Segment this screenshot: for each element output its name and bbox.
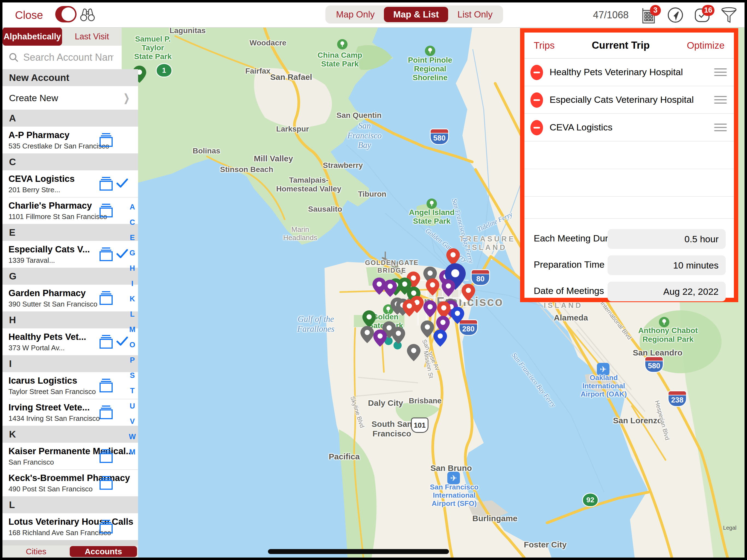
account-stack-icon[interactable] [99,378,113,392]
account-row[interactable]: A-P Pharmacy535 Crestlake Dr San Francis… [2,127,138,153]
remove-stop-icon[interactable] [531,93,543,108]
trip-stop-row[interactable]: Healthy Pets Veterinary Hospital [524,58,734,86]
alphabet-index[interactable]: ACEGHIKLMOPSTUVWM [127,199,138,460]
remove-stop-icon[interactable] [531,120,543,135]
map-label: Alameda [554,313,588,323]
account-stack-icon[interactable] [99,449,113,463]
account-row[interactable]: Garden Pharmacy390 Sutter St San Francis… [2,285,138,311]
drag-handle-icon[interactable] [714,124,727,133]
park-tree-icon [425,46,435,56]
map-pin-gray[interactable] [406,343,421,362]
account-stack-icon[interactable] [99,176,113,190]
account-stack-icon[interactable] [99,203,113,218]
segment-map-list[interactable]: Map & List [384,7,448,22]
account-row[interactable]: Keck's-Broemmel Pharmacy490 Post St San … [2,469,138,496]
index-letter-U[interactable]: U [127,399,138,414]
selected-check-icon [116,336,128,347]
account-stack-icon[interactable] [99,247,113,261]
locate-me-button[interactable] [667,6,684,24]
account-row[interactable]: Icarus LogisticsTaylor Street San Franci… [2,372,138,399]
highway-shield-92: 92 [583,493,598,506]
account-row[interactable]: Lotus Veterinary House Calls168 Richland… [2,513,138,540]
map-label: Sausalito [308,205,342,213]
account-stack-icon[interactable] [99,476,113,490]
account-stack-icon[interactable] [99,133,113,147]
map-label: Anthony Chabot Regional Park [638,326,698,344]
account-row[interactable]: Kaiser Permanente Medical...San Francisc… [2,443,138,469]
account-row[interactable]: Charlie's Pharmacy1101 Fillmore St San F… [2,197,138,224]
map-label: Tiburon [358,190,386,199]
map-pin-gray[interactable] [391,326,406,345]
index-letter-M[interactable]: M [127,444,138,460]
index-letter-E[interactable]: E [127,230,138,245]
index-letter-P[interactable]: P [127,353,138,368]
account-row[interactable]: Irving Street Vete...1434 Irving St San … [2,399,138,426]
bottom-tab-cities[interactable]: Cities [2,546,70,557]
app-screen: LagunitasSamuel P. Taylor State ParkWood… [2,2,745,558]
highway-shield-580: 580 [645,357,663,372]
segment-list-only[interactable]: List Only [448,7,502,22]
index-letter-V[interactable]: V [127,414,138,429]
index-letter-A[interactable]: A [127,199,138,215]
tab-last-visit[interactable]: Last Visit [62,27,122,46]
map-pin-purple[interactable] [441,279,456,297]
segment-map-only[interactable]: Map Only [327,7,384,22]
map-pin-purple[interactable] [383,279,398,298]
trips-button[interactable]: Trips [534,40,555,51]
map-pin-blue[interactable] [450,306,465,325]
map-label: San Francisco Bay [347,121,382,150]
index-letter-C[interactable]: C [127,215,138,230]
map-pin-blue[interactable] [433,329,448,347]
account-stack-icon[interactable] [99,405,113,419]
setting-value[interactable]: 0.5 hour [608,229,726,249]
binoculars-icon[interactable] [80,7,95,23]
colorize-toggle[interactable] [55,6,77,22]
checkin-button[interactable]: 16 [694,6,711,24]
index-letter-S[interactable]: S [127,368,138,383]
home-indicator[interactable] [268,549,449,554]
setting-row: Date of MeetingsAug 22, 2022 [524,278,734,305]
map-pin-red[interactable] [402,299,417,317]
setting-value[interactable]: Aug 22, 2022 [608,282,726,301]
setting-value[interactable]: 10 minutes [608,255,726,275]
selected-check-icon [116,178,128,188]
account-row[interactable]: Especially Cats V...1339 Taraval... [2,241,138,268]
map-pin-red[interactable] [425,278,440,296]
close-button[interactable]: Close [15,9,43,21]
search-input[interactable] [23,51,114,63]
index-letter-G[interactable]: G [127,245,138,261]
remove-stop-icon[interactable] [531,65,543,80]
account-name: Lotus Veterinary House Calls [8,516,133,527]
map-pin-purple[interactable] [372,329,388,347]
account-stack-icon[interactable] [99,291,113,305]
create-new-row[interactable]: Create New❯ [2,86,138,110]
index-letter-O[interactable]: O [127,337,138,353]
optimize-button[interactable]: Optimize [687,40,725,51]
index-letter-K[interactable]: K [127,291,138,307]
index-letter-T[interactable]: T [127,383,138,399]
map-label: Tamalpais- Homestead Valley [276,176,341,193]
tab-alphabetically[interactable]: Alphabetically [2,27,62,46]
account-address: 490 Post St San Francisco [8,485,93,493]
index-letter-M[interactable]: M [127,322,138,337]
filter-funnel-button[interactable] [720,6,738,24]
drag-handle-icon[interactable] [714,96,727,106]
index-letter-I[interactable]: I [127,276,138,291]
drag-handle-icon[interactable] [714,68,727,78]
account-stack-icon[interactable] [99,334,113,349]
index-letter-L[interactable]: L [127,307,138,322]
account-stack-icon[interactable] [99,519,113,533]
map-label: Marin Headlands [283,226,317,242]
trip-stop-row[interactable]: Especially Cats Veterinary Hospital [524,86,734,114]
index-letter-W[interactable]: W [127,429,138,444]
accounts-building-button[interactable]: 3 [640,6,657,24]
index-letter-H[interactable]: H [127,261,138,276]
account-row[interactable]: CEVA Logistics201 Berry Stre... [2,170,138,197]
trip-stop-row[interactable]: CEVA Logistics [524,114,734,142]
setting-row: Preparation Time10 minutes [524,252,734,278]
stop-name: Healthy Pets Veterinary Hospital [549,67,683,77]
account-row[interactable]: Healthy Pets Vet...373 W Portal Av... [2,328,138,355]
map-pin-red[interactable] [461,283,476,302]
bottom-tab-accounts[interactable]: Accounts [70,546,137,557]
account-name: Kaiser Permanente Medical... [8,446,133,456]
